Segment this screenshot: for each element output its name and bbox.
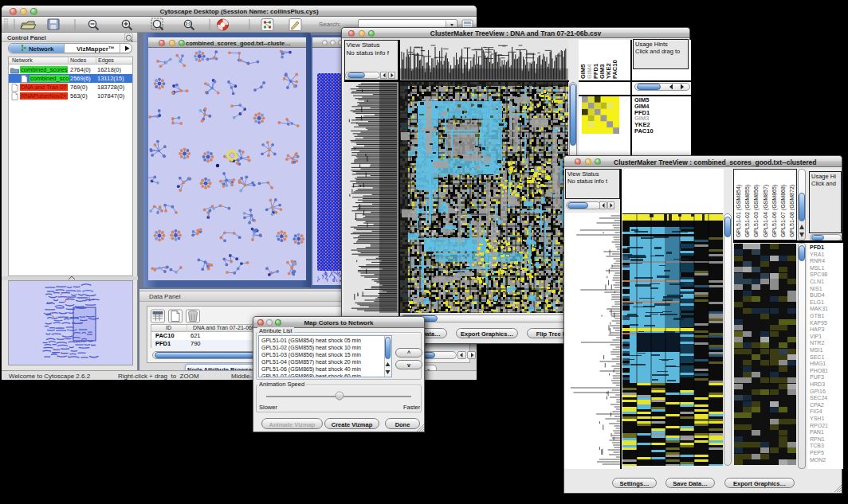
svg-text:HAP3: HAP3	[810, 326, 824, 332]
svg-text:YSH1: YSH1	[810, 416, 824, 421]
svg-text:GPL51-02 (GSM855): GPL51-02 (GSM855)	[744, 185, 751, 237]
svg-text:MSL1: MSL1	[810, 265, 824, 271]
svg-text:GPL51-03 (GSM856): GPL51-03 (GSM856)	[753, 185, 760, 237]
svg-text:CPA2: CPA2	[810, 402, 824, 408]
svg-text:HMG1: HMG1	[810, 361, 826, 366]
svg-text:PEP5: PEP5	[810, 450, 824, 455]
svg-text:RNR4: RNR4	[810, 258, 825, 264]
svg-text:PAN1: PAN1	[810, 429, 824, 435]
svg-text:PFD1: PFD1	[810, 244, 824, 250]
svg-text:NIS1: NIS1	[810, 286, 822, 291]
svg-text:PHO81: PHO81	[810, 368, 828, 373]
svg-text:MON2: MON2	[810, 457, 826, 463]
svg-text:GPI16: GPI16	[810, 389, 826, 394]
svg-text:BUD4: BUD4	[810, 292, 825, 298]
svg-text:SEC24: SEC24	[810, 395, 827, 400]
svg-text:GPL51-07 (GSM868): GPL51-07 (GSM868)	[780, 185, 787, 237]
svg-text:TCB3: TCB3	[810, 443, 824, 448]
svg-text:YRA1: YRA1	[810, 252, 824, 257]
svg-text:1:1: 1:1	[185, 21, 190, 26]
svg-text:GPL51-04 (GSM857): GPL51-04 (GSM857)	[763, 185, 769, 237]
svg-text:PAC10: PAC10	[611, 60, 618, 79]
svg-text:RPO21: RPO21	[810, 423, 828, 428]
svg-text:SPC98: SPC98	[810, 272, 827, 277]
svg-text:NTR2: NTR2	[810, 340, 824, 346]
svg-text:MAK31: MAK31	[810, 306, 828, 311]
svg-text:VIP1: VIP1	[810, 334, 822, 339]
svg-text:PUF3: PUF3	[810, 374, 824, 380]
svg-text:GPL51-06 (GSM865): GPL51-06 (GSM865)	[771, 185, 778, 237]
svg-text:ELG1: ELG1	[810, 299, 824, 305]
svg-text:GTB1: GTB1	[810, 313, 824, 318]
svg-text:FIG4: FIG4	[810, 408, 822, 414]
svg-text:RPN1: RPN1	[810, 436, 825, 442]
svg-text:SEC1: SEC1	[810, 354, 824, 360]
svg-text:KAP95: KAP95	[810, 320, 827, 326]
svg-text:MSI1: MSI1	[810, 347, 822, 353]
svg-text:CLN1: CLN1	[810, 279, 824, 284]
svg-text:HRD3: HRD3	[810, 381, 825, 387]
svg-text:GPL51-08 (GSM872): GPL51-08 (GSM872)	[789, 185, 795, 237]
svg-text:GPL51-01 (GSM854): GPL51-01 (GSM854)	[736, 185, 742, 237]
